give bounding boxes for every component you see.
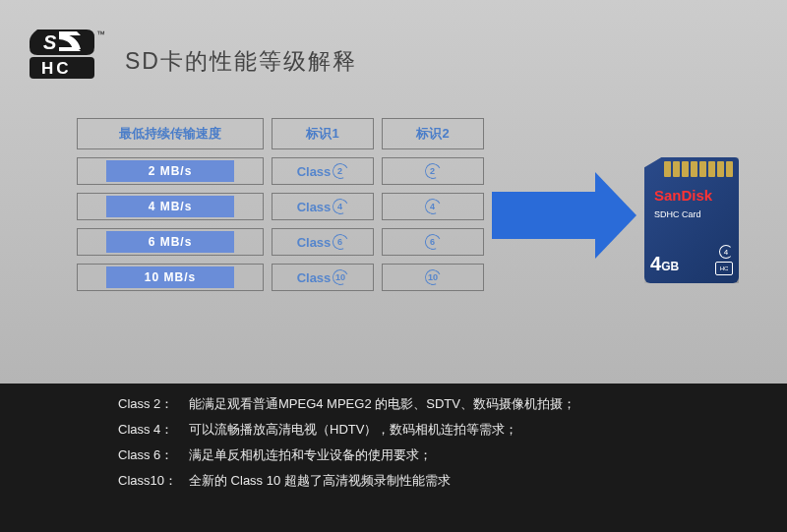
col-badge1: 标识1 Class2 Class4 Class6 Class10	[272, 118, 374, 291]
class-circle-icon: 6	[423, 232, 444, 253]
sdhc-logo: S ™ HC	[30, 28, 113, 79]
class-text: Class	[297, 164, 332, 179]
footer-row: Class10：全新的 Class 10 超越了高清视频录制性能需求	[118, 468, 748, 494]
badge2-cell: 4	[382, 193, 484, 220]
footer-row: Class 4：可以流畅播放高清电视（HDTV），数码相机连拍等需求；	[118, 417, 748, 443]
header-badge2: 标识2	[382, 118, 484, 149]
footer-desc: 能满足观看普通MPEG4 MPEG2 的电影、SDTV、数码摄像机拍摄；	[189, 391, 575, 417]
class-circle-icon: 10	[331, 267, 351, 288]
sdcard-capacity: 4GB	[650, 253, 679, 275]
sdcard-class-icon: 4	[719, 245, 733, 259]
class-circle-icon: 10	[423, 267, 444, 288]
spec-table: 最低持续传输速度 2 MB/s 4 MB/s 6 MB/s 10 MB/s 标识…	[77, 118, 484, 291]
speed-value: 2 MB/s	[106, 160, 234, 182]
footer-class-label: Class 4：	[118, 417, 189, 443]
header-badge1: 标识1	[272, 118, 374, 149]
class-text: Class	[297, 270, 332, 285]
footer-class-label: Class 6：	[118, 443, 189, 468]
speed-cell: 4 MB/s	[77, 193, 264, 220]
badge1-cell: Class6	[272, 228, 374, 256]
sdcard-type: SDHC Card	[654, 209, 731, 219]
badge1-cell: Class4	[272, 193, 374, 220]
footer-row: Class 2：能满足观看普通MPEG4 MPEG2 的电影、SDTV、数码摄像…	[118, 391, 748, 417]
sdcard-sdhc-icon: HC	[715, 262, 733, 275]
speed-cell: 10 MB/s	[77, 264, 264, 291]
speed-cell: 6 MB/s	[77, 228, 264, 256]
header: S ™ HC SD卡的性能等级解释	[30, 28, 357, 79]
class-circle-icon: 4	[423, 197, 444, 217]
svg-text:HC: HC	[41, 59, 72, 78]
badge1-cell: Class10	[272, 264, 374, 291]
badge1-cell: Class2	[272, 157, 374, 185]
class-text: Class	[297, 235, 332, 250]
svg-text:™: ™	[96, 30, 105, 39]
footer-desc: 可以流畅播放高清电视（HDTV），数码相机连拍等需求；	[189, 417, 517, 443]
speed-value: 6 MB/s	[106, 231, 234, 253]
footer-desc: 满足单反相机连拍和专业设备的使用要求；	[189, 443, 432, 468]
footer-row: Class 6：满足单反相机连拍和专业设备的使用要求；	[118, 443, 748, 468]
col-badge2: 标识2 2 4 6 10	[382, 118, 484, 291]
speed-cell: 2 MB/s	[77, 157, 264, 185]
class-circle-icon: 6	[331, 232, 351, 253]
class-text: Class	[297, 200, 332, 214]
class-circle-icon: 2	[423, 161, 444, 182]
footer-class-label: Class 2：	[118, 391, 189, 417]
svg-text:S: S	[43, 31, 57, 53]
sdcard-brand: SanDisk	[654, 187, 731, 204]
speed-value: 10 MB/s	[106, 266, 234, 288]
footer-descriptions: Class 2：能满足观看普通MPEG4 MPEG2 的电影、SDTV、数码摄像…	[118, 391, 748, 494]
footer-class-label: Class10：	[118, 468, 189, 494]
page-title: SD卡的性能等级解释	[125, 46, 357, 79]
class-circle-icon: 4	[331, 197, 351, 217]
col-speed: 最低持续传输速度 2 MB/s 4 MB/s 6 MB/s 10 MB/s	[77, 118, 264, 291]
header-speed: 最低持续传输速度	[77, 118, 264, 149]
speed-value: 4 MB/s	[106, 196, 234, 217]
sdcard-image: SanDisk SDHC Card 4GB 4 HC	[644, 157, 739, 283]
badge2-cell: 2	[382, 157, 484, 185]
class-circle-icon: 2	[331, 161, 351, 182]
sdcard-contacts	[664, 161, 733, 177]
footer-desc: 全新的 Class 10 超越了高清视频录制性能需求	[189, 468, 451, 494]
badge2-cell: 6	[382, 228, 484, 256]
badge2-cell: 10	[382, 264, 484, 291]
